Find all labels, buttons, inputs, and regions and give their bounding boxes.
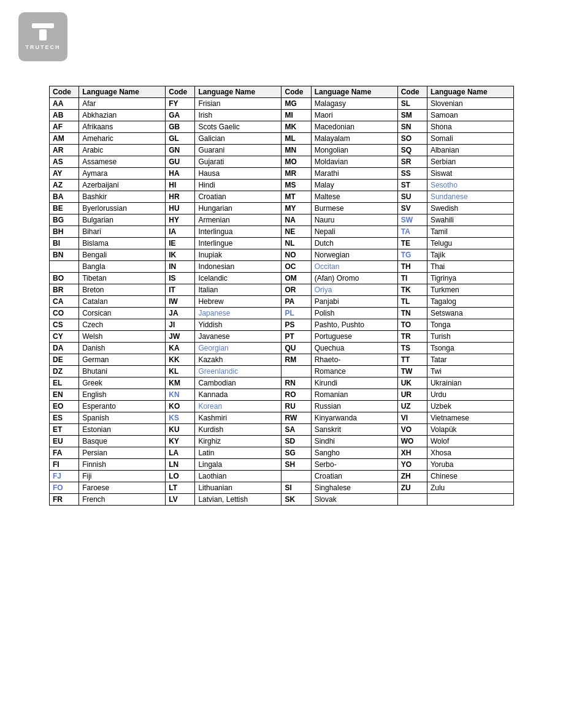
cell-name-6-2: Marathi bbox=[311, 168, 397, 180]
cell-name-3-3: Somali bbox=[427, 133, 513, 145]
cell-name-14-3: Thai bbox=[427, 261, 513, 273]
cell-name-8-1: Croatian bbox=[195, 191, 282, 203]
cell-name-13-0: Bengali bbox=[79, 249, 166, 261]
table-row: AFAfrikaansGBScots GaelicMKMacedonianSNS… bbox=[50, 121, 514, 133]
cell-name-17-3: Tagalog bbox=[427, 296, 513, 308]
table-row: FOFaroeseLTLithuanianSISinghaleseZUZulu bbox=[50, 482, 514, 494]
cell-name-30-3: Xhosa bbox=[427, 447, 513, 459]
cell-name-0-1: Frisian bbox=[195, 98, 282, 110]
cell-code-20-2: PT bbox=[282, 331, 311, 343]
table-row: COCorsicanJAJapanesePLPolishTNSetswana bbox=[50, 308, 514, 319]
cell-name-3-1: Galician bbox=[195, 133, 282, 145]
cell-name-19-1: Yiddish bbox=[195, 319, 282, 331]
cell-code-7-0: AZ bbox=[50, 180, 79, 191]
cell-code-12-2: NL bbox=[282, 238, 311, 249]
cell-code-24-1: KM bbox=[166, 377, 195, 389]
cell-name-12-2: Dutch bbox=[311, 238, 397, 249]
cell-code-22-0: DE bbox=[50, 354, 79, 366]
cell-name-14-1: Indonesian bbox=[195, 261, 282, 273]
cell-name-22-3: Tatar bbox=[427, 354, 513, 366]
cell-code-6-0: AY bbox=[50, 168, 79, 180]
cell-name-33-1: Lithuanian bbox=[195, 482, 282, 494]
cell-code-32-1: LO bbox=[166, 471, 195, 482]
cell-name-31-3: Yoruba bbox=[427, 459, 513, 471]
cell-name-0-3: Slovenian bbox=[427, 98, 513, 110]
cell-name-17-1: Hebrew bbox=[195, 296, 282, 308]
cell-name-30-1: Latin bbox=[195, 447, 282, 459]
logo-icon bbox=[32, 23, 54, 40]
table-row: DEGermanKKKazakhRMRhaeto-TTTatar bbox=[50, 354, 514, 366]
cell-code-18-3: TN bbox=[397, 308, 427, 319]
cell-name-7-1: Hindi bbox=[195, 180, 282, 191]
cell-name-27-3: Vietnamese bbox=[427, 412, 513, 424]
cell-code-7-3: ST bbox=[397, 180, 427, 191]
cell-name-24-1: Cambodian bbox=[195, 377, 282, 389]
cell-code-10-1: HY bbox=[166, 214, 195, 226]
cell-name-23-3: Twi bbox=[427, 366, 513, 377]
cell-code-1-0: AB bbox=[50, 110, 79, 121]
cell-code-17-3: TL bbox=[397, 296, 427, 308]
cell-name-28-1: Kurdish bbox=[195, 424, 282, 436]
table-row: BOTibetanISIcelandicOM(Afan) OromoTITigr… bbox=[50, 273, 514, 284]
logo-area: TRUTECH bbox=[0, 0, 563, 74]
cell-name-7-0: Azerbaijani bbox=[79, 180, 166, 191]
cell-name-21-2: Quechua bbox=[311, 343, 397, 354]
cell-code-31-0: FI bbox=[50, 459, 79, 471]
table-row: BanglaINIndonesianOCOccitanTHThai bbox=[50, 261, 514, 273]
table-row: AMAmeharicGLGalicianMLMalayalamSOSomali bbox=[50, 133, 514, 145]
cell-name-8-3: Sundanese bbox=[427, 191, 513, 203]
cell-code-25-3: UR bbox=[397, 389, 427, 401]
table-row: ELGreekKMCambodianRNKirundiUKUkrainian bbox=[50, 377, 514, 389]
cell-name-12-1: Interlingue bbox=[195, 238, 282, 249]
cell-name-11-2: Nepali bbox=[311, 226, 397, 238]
cell-code-33-3: ZU bbox=[397, 482, 427, 494]
header-name-1: Language Name bbox=[79, 86, 166, 98]
cell-code-1-1: GA bbox=[166, 110, 195, 121]
cell-code-4-0: AR bbox=[50, 145, 79, 156]
cell-code-10-0: BG bbox=[50, 214, 79, 226]
cell-code-34-1: LV bbox=[166, 494, 195, 506]
cell-name-1-0: Abkhazian bbox=[79, 110, 166, 121]
cell-code-26-3: UZ bbox=[397, 401, 427, 412]
cell-code-0-3: SL bbox=[397, 98, 427, 110]
logo-brand-text: TRUTECH bbox=[26, 44, 61, 50]
table-header-row: Code Language Name Code Language Name Co… bbox=[50, 86, 514, 98]
cell-name-9-2: Burmese bbox=[311, 203, 397, 214]
cell-code-11-0: BH bbox=[50, 226, 79, 238]
cell-code-31-1: LN bbox=[166, 459, 195, 471]
cell-name-22-1: Kazakh bbox=[195, 354, 282, 366]
cell-code-30-1: LA bbox=[166, 447, 195, 459]
cell-name-7-2: Malay bbox=[311, 180, 397, 191]
cell-name-31-1: Lingala bbox=[195, 459, 282, 471]
cell-name-2-1: Scots Gaelic bbox=[195, 121, 282, 133]
cell-name-5-1: Gujarati bbox=[195, 156, 282, 168]
cell-name-12-0: Bislama bbox=[79, 238, 166, 249]
cell-code-3-1: GL bbox=[166, 133, 195, 145]
cell-code-13-2: NO bbox=[282, 249, 311, 261]
cell-name-6-1: Hausa bbox=[195, 168, 282, 180]
cell-code-0-1: FY bbox=[166, 98, 195, 110]
cell-code-27-1: KS bbox=[166, 412, 195, 424]
cell-code-5-2: MO bbox=[282, 156, 311, 168]
cell-code-9-2: MY bbox=[282, 203, 311, 214]
cell-code-29-3: WO bbox=[397, 436, 427, 447]
cell-code-22-3: TT bbox=[397, 354, 427, 366]
cell-name-28-2: Sanskrit bbox=[311, 424, 397, 436]
table-row: ASAssameseGUGujaratiMOMoldavianSRSerbian bbox=[50, 156, 514, 168]
cell-code-34-3 bbox=[397, 494, 427, 506]
cell-code-3-0: AM bbox=[50, 133, 79, 145]
cell-name-20-0: Welsh bbox=[79, 331, 166, 343]
cell-name-18-1: Japanese bbox=[195, 308, 282, 319]
cell-code-6-3: SS bbox=[397, 168, 427, 180]
cell-name-31-2: Serbo- bbox=[311, 459, 397, 471]
cell-name-33-2: Singhalese bbox=[311, 482, 397, 494]
cell-name-18-0: Corsican bbox=[79, 308, 166, 319]
cell-code-29-0: EU bbox=[50, 436, 79, 447]
cell-name-1-3: Samoan bbox=[427, 110, 513, 121]
cell-code-32-3: ZH bbox=[397, 471, 427, 482]
table-row: FIFinnishLNLingalaSHSerbo-YOYoruba bbox=[50, 459, 514, 471]
table-row: BNBengaliIKInupiakNONorwegianTGTajik bbox=[50, 249, 514, 261]
logo-t-top bbox=[32, 23, 54, 28]
cell-code-21-0: DA bbox=[50, 343, 79, 354]
cell-name-32-1: Laothian bbox=[195, 471, 282, 482]
